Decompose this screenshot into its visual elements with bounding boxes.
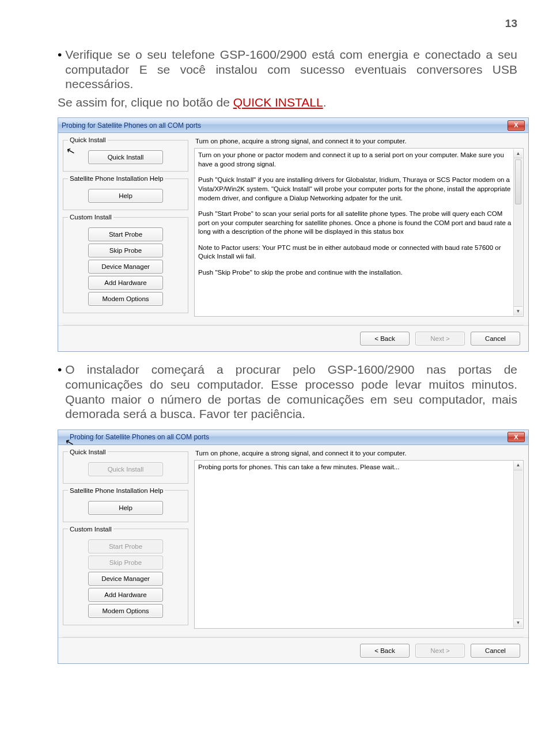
- cancel-button[interactable]: Cancel: [471, 644, 520, 658]
- scroll-up-icon[interactable]: ▲: [514, 461, 522, 470]
- dialog-footer: < Back Next > Cancel: [58, 637, 528, 663]
- para2-prefix: Se assim for, clique no botão de: [58, 96, 233, 109]
- para-2: Se assim for, clique no botão de QUICK I…: [58, 95, 517, 110]
- instruction-text: Turn on phone, acquire a strong signal, …: [195, 450, 524, 457]
- device-manager-button[interactable]: Device Manager: [88, 572, 163, 586]
- help-button[interactable]: Help: [88, 189, 163, 203]
- group-quick-install: Quick Install Quick Install: [63, 136, 188, 172]
- page-number: 13: [36, 17, 517, 30]
- group-help: Satellite Phone Installation Help Help: [63, 175, 188, 210]
- group-legend-help: Satellite Phone Installation Help: [68, 487, 165, 494]
- instruction-text: Turn on phone, acquire a strong signal, …: [195, 138, 524, 145]
- titlebar[interactable]: ↖ Probing for Satellite Phones on all CO…: [58, 430, 528, 445]
- scrollbar[interactable]: ▲ ▼: [513, 149, 522, 316]
- add-hardware-button[interactable]: Add Hardware: [88, 276, 163, 290]
- bullet-dot: •: [58, 362, 62, 421]
- window-title: Probing for Satellite Phones on all COM …: [62, 433, 507, 441]
- help-button[interactable]: Help: [88, 501, 163, 515]
- device-manager-button[interactable]: Device Manager: [88, 260, 163, 273]
- para2-suffix: .: [323, 96, 327, 109]
- probing-dialog-1: Probing for Satellite Phones on all COM …: [58, 117, 529, 352]
- skip-probe-button: Skip Probe: [88, 556, 163, 569]
- quick-install-link[interactable]: QUICK INSTALL: [233, 96, 323, 109]
- info-probing-text: Probing ports for phones. This can take …: [198, 463, 513, 472]
- scroll-down-icon[interactable]: ▼: [514, 618, 522, 628]
- close-icon: X: [514, 434, 518, 440]
- quick-install-button[interactable]: Quick Install: [88, 150, 163, 164]
- group-legend-help: Satellite Phone Installation Help: [68, 175, 165, 182]
- back-button[interactable]: < Back: [360, 644, 410, 658]
- bullet-text-1: Verifique se o seu telefone GSP-1600/290…: [65, 47, 517, 92]
- close-icon: X: [514, 122, 518, 128]
- skip-probe-button[interactable]: Skip Probe: [88, 244, 163, 257]
- scrollbar[interactable]: ▲ ▼: [513, 461, 522, 628]
- bullet-text-2: O instalador começará a procurar pelo GS…: [65, 362, 517, 421]
- group-help: Satellite Phone Installation Help Help: [63, 487, 188, 522]
- close-button[interactable]: X: [507, 120, 525, 131]
- bullet-item-2: • O instalador começará a procurar pelo …: [58, 362, 517, 421]
- next-button: Next >: [415, 644, 465, 658]
- modem-options-button[interactable]: Modem Options: [88, 604, 163, 618]
- window-title: Probing for Satellite Phones on all COM …: [62, 121, 507, 130]
- add-hardware-button[interactable]: Add Hardware: [88, 588, 163, 602]
- info-p5: Push "Skip Probe" to skip the probe and …: [198, 268, 513, 278]
- group-legend-quick: Quick Install: [68, 136, 108, 143]
- info-p4: Note to Pactor users: Your PTC must be i…: [198, 244, 513, 261]
- info-textarea[interactable]: Probing ports for phones. This can take …: [194, 460, 524, 629]
- info-textarea[interactable]: Turn on your phone or pactor modem and c…: [194, 148, 524, 317]
- close-button[interactable]: X: [507, 432, 525, 442]
- scroll-thumb[interactable]: [515, 159, 521, 204]
- group-quick-install: Quick Install Quick Install: [63, 449, 188, 484]
- titlebar[interactable]: Probing for Satellite Phones on all COM …: [58, 118, 528, 133]
- info-p3: Push "Start Probe" to scan your serial p…: [198, 210, 513, 237]
- next-button: Next >: [415, 332, 465, 345]
- probing-dialog-2: ↖ Probing for Satellite Phones on all CO…: [58, 430, 529, 664]
- scroll-up-icon[interactable]: ▲: [514, 149, 522, 158]
- modem-options-button[interactable]: Modem Options: [88, 292, 163, 306]
- start-probe-button[interactable]: Start Probe: [88, 227, 163, 241]
- back-button[interactable]: < Back: [360, 332, 410, 345]
- dialog-footer: < Back Next > Cancel: [58, 325, 528, 351]
- quick-install-button: Quick Install: [88, 462, 163, 476]
- group-legend-custom: Custom Install: [68, 214, 113, 221]
- bullet-item-1: • Verifique se o seu telefone GSP-1600/2…: [58, 47, 517, 92]
- info-p1: Turn on your phone or pactor modem and c…: [198, 151, 513, 169]
- group-legend-quick: Quick Install: [68, 449, 108, 455]
- bullet-dot: •: [58, 47, 62, 92]
- group-custom: Custom Install Start Probe Skip Probe De…: [63, 214, 188, 313]
- start-probe-button: Start Probe: [88, 540, 163, 553]
- cancel-button[interactable]: Cancel: [471, 332, 520, 345]
- scroll-down-icon[interactable]: ▼: [514, 306, 522, 316]
- info-p2: Push "Quick Install" if you are installi…: [198, 176, 513, 203]
- group-legend-custom: Custom Install: [68, 526, 113, 533]
- group-custom: Custom Install Start Probe Skip Probe De…: [63, 526, 188, 625]
